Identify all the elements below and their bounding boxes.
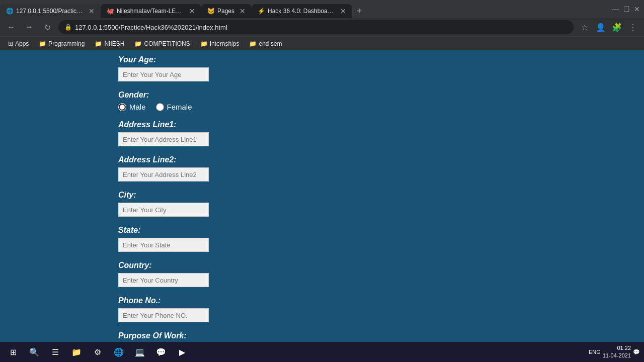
new-tab-button[interactable]: + bbox=[352, 4, 366, 18]
country-field: Country: bbox=[118, 261, 526, 287]
city-field: City: bbox=[118, 191, 526, 217]
forward-button[interactable]: → bbox=[22, 20, 36, 34]
close-window-button[interactable]: ✕ bbox=[634, 5, 640, 13]
tab-2-label: NileshmaIav/Team-LEO-Hack36-... bbox=[117, 8, 184, 15]
tab-1-favicon: 🌐 bbox=[6, 8, 13, 15]
bookmark-competitions[interactable]: 📁 COMPETITIONS bbox=[130, 39, 194, 48]
menu-icon[interactable]: ⋮ bbox=[626, 20, 640, 34]
maximize-button[interactable]: ☐ bbox=[623, 5, 630, 13]
bookmarks-bar: ⊞ Apps 📁 Programming 📁 NIIESH 📁 COMPETIT… bbox=[0, 36, 644, 50]
address2-field: Address Line2: bbox=[118, 155, 526, 182]
gender-female-label: Female bbox=[167, 103, 192, 111]
tabs-container: 🌐 127.0.0.1:5500/Practice/Hack36... ✕ 🐙 … bbox=[0, 0, 608, 18]
whatsapp-button[interactable]: 💬 bbox=[152, 343, 170, 361]
tab-2-close[interactable]: ✕ bbox=[189, 7, 195, 15]
taskbar-date-value: 11-04-2021 bbox=[603, 352, 631, 359]
gender-field: Gender: Male Female bbox=[118, 90, 526, 111]
city-input[interactable] bbox=[118, 203, 209, 217]
gender-male-label: Male bbox=[129, 103, 146, 111]
purpose-field: Purpose Of Work: bbox=[118, 331, 526, 342]
tab-3-favicon: 🐱 bbox=[207, 8, 214, 15]
bookmark-internships[interactable]: 📁 Internships bbox=[196, 39, 244, 48]
tab-4-close[interactable]: ✕ bbox=[340, 7, 346, 15]
window-controls: — ☐ ✕ bbox=[608, 0, 644, 18]
bookmark-programming[interactable]: 📁 Programming bbox=[35, 39, 89, 48]
state-input[interactable] bbox=[118, 238, 209, 252]
bookmark-niiesh[interactable]: 📁 NIIESH bbox=[91, 39, 128, 48]
vscode-button[interactable]: 💻 bbox=[131, 343, 149, 361]
address1-label: Address Line1: bbox=[118, 120, 526, 129]
bookmark-folder-icon-2: 📁 bbox=[95, 40, 102, 47]
phone-field: Phone No.: bbox=[118, 296, 526, 322]
country-label: Country: bbox=[118, 261, 526, 270]
toolbar-right: ☆ 👤 🧩 ⋮ bbox=[578, 20, 640, 34]
settings-button[interactable]: ⚙ bbox=[89, 343, 107, 361]
bookmark-folder-icon-5: 📁 bbox=[249, 40, 257, 47]
taskbar-time-value: 01:22 bbox=[603, 344, 631, 352]
tab-3-close[interactable]: ✕ bbox=[239, 7, 246, 15]
taskbar-right: ENG 01:22 11-04-2021 💬 bbox=[589, 344, 640, 360]
taskbar: ⊞ 🔍 ☰ 📁 ⚙ 🌐 💻 💬 ▶ ENG 01:22 11-04-2021 💬 bbox=[0, 342, 644, 362]
address1-input[interactable] bbox=[118, 132, 209, 146]
tab-4-favicon: ⚡ bbox=[258, 8, 265, 15]
tab-3[interactable]: 🐱 Pages ✕ bbox=[201, 4, 252, 18]
gender-label: Gender: bbox=[118, 90, 526, 100]
state-label: State: bbox=[118, 226, 526, 235]
file-explorer-button[interactable]: 📁 bbox=[67, 343, 86, 361]
tab-4[interactable]: ⚡ Hack 36 4.0: Dashboard | Devfoli... ✕ bbox=[252, 4, 352, 18]
gender-options: Male Female bbox=[118, 103, 526, 111]
country-input[interactable] bbox=[118, 273, 209, 287]
tab-2-favicon: 🐙 bbox=[107, 8, 114, 15]
bookmark-folder-icon-4: 📁 bbox=[200, 40, 208, 47]
task-view-button[interactable]: ☰ bbox=[46, 343, 64, 361]
bookmark-star-icon[interactable]: ☆ bbox=[578, 20, 592, 34]
address-bar-row: ← → ↻ 🔒 127.0.0.1:5500/Practice/Hack36%2… bbox=[0, 18, 644, 36]
language-indicator: ENG bbox=[589, 349, 601, 355]
gender-male-radio[interactable] bbox=[118, 103, 126, 111]
internships-label: Internships bbox=[210, 40, 239, 47]
profile-icon[interactable]: 👤 bbox=[594, 20, 608, 34]
bookmark-folder-icon-1: 📁 bbox=[39, 40, 46, 47]
gender-female-option[interactable]: Female bbox=[156, 103, 192, 111]
tab-bar: 🌐 127.0.0.1:5500/Practice/Hack36... ✕ 🐙 … bbox=[0, 0, 644, 18]
form-container: Your Age: Gender: Male Female Address Li… bbox=[108, 50, 536, 342]
start-button[interactable]: ⊞ bbox=[4, 343, 22, 361]
browser-chrome: 🌐 127.0.0.1:5500/Practice/Hack36... ✕ 🐙 … bbox=[0, 0, 644, 50]
extensions-icon[interactable]: 🧩 bbox=[610, 20, 624, 34]
gender-female-radio[interactable] bbox=[156, 103, 164, 111]
state-field: State: bbox=[118, 226, 526, 252]
programming-label: Programming bbox=[48, 40, 85, 47]
apps-icon: ⊞ bbox=[8, 40, 13, 47]
bookmark-end-sem[interactable]: 📁 end sem bbox=[245, 39, 286, 48]
page-content: Your Age: Gender: Male Female Address Li… bbox=[0, 50, 644, 342]
search-button[interactable]: 🔍 bbox=[25, 343, 43, 361]
bookmark-apps[interactable]: ⊞ Apps bbox=[4, 39, 33, 48]
tab-4-label: Hack 36 4.0: Dashboard | Devfoli... bbox=[268, 8, 335, 15]
reload-button[interactable]: ↻ bbox=[40, 20, 54, 34]
minimize-button[interactable]: — bbox=[612, 5, 619, 13]
end-sem-label: end sem bbox=[259, 40, 282, 47]
notification-icon[interactable]: 💬 bbox=[633, 349, 640, 355]
tab-2[interactable]: 🐙 NileshmaIav/Team-LEO-Hack36-... ✕ bbox=[101, 4, 201, 18]
tab-3-label: Pages bbox=[217, 8, 234, 15]
address1-field: Address Line1: bbox=[118, 120, 526, 146]
purpose-label: Purpose Of Work: bbox=[118, 331, 526, 340]
address2-label: Address Line2: bbox=[118, 155, 526, 164]
phone-input[interactable] bbox=[118, 308, 209, 322]
chrome-taskbar-button[interactable]: 🌐 bbox=[110, 343, 128, 361]
address-bar[interactable]: 🔒 127.0.0.1:5500/Practice/Hack36%202021/… bbox=[58, 20, 574, 34]
age-label: Your Age: bbox=[118, 55, 526, 64]
youtube-button[interactable]: ▶ bbox=[173, 343, 191, 361]
gender-male-option[interactable]: Male bbox=[118, 103, 146, 111]
tab-1-close[interactable]: ✕ bbox=[89, 7, 95, 15]
address2-input[interactable] bbox=[118, 167, 209, 182]
tab-1[interactable]: 🌐 127.0.0.1:5500/Practice/Hack36... ✕ bbox=[0, 4, 101, 18]
city-label: City: bbox=[118, 191, 526, 200]
age-input[interactable] bbox=[118, 67, 209, 81]
back-button[interactable]: ← bbox=[4, 20, 18, 34]
niiesh-label: NIIESH bbox=[104, 40, 124, 47]
url-text: 127.0.0.1:5500/Practice/Hack36%202021/in… bbox=[75, 24, 227, 31]
bookmark-folder-icon-3: 📁 bbox=[134, 40, 142, 47]
apps-label: Apps bbox=[15, 40, 29, 47]
lock-icon: 🔒 bbox=[64, 24, 72, 31]
